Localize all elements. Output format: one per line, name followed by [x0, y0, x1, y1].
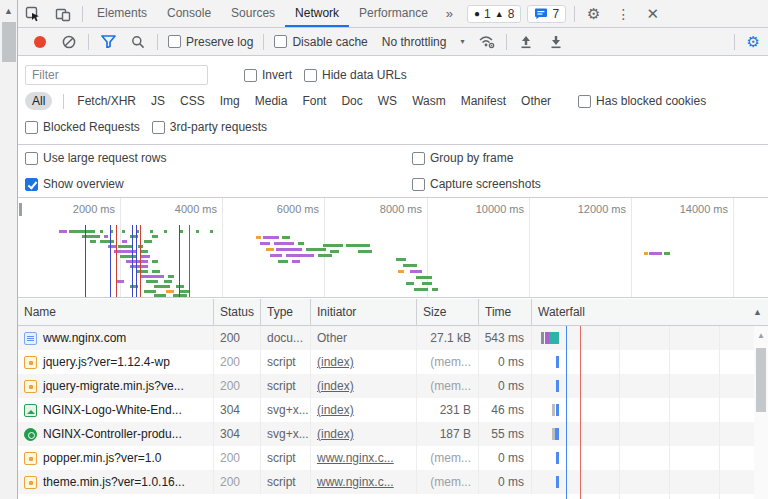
- filter-type-doc[interactable]: Doc: [339, 92, 364, 110]
- use-large-request-rows-toggle[interactable]: Use large request rows: [25, 151, 166, 165]
- export-har-button[interactable]: [541, 29, 571, 55]
- settings-gear-icon[interactable]: ⚙: [579, 1, 608, 27]
- overview-bar: [358, 250, 372, 253]
- column-header-waterfall[interactable]: Waterfall ▲: [532, 299, 768, 326]
- overview-bar: [164, 280, 172, 283]
- filter-type-css[interactable]: CSS: [178, 92, 207, 110]
- throttling-dropdown[interactable]: No throttling ▾: [382, 35, 465, 49]
- tab-performance[interactable]: Performance: [349, 0, 438, 27]
- waterfall-cell: [532, 422, 768, 446]
- preserve-log-checkbox[interactable]: [168, 35, 181, 48]
- tab-console[interactable]: Console: [157, 0, 221, 27]
- filter-toggle-button[interactable]: [93, 29, 123, 55]
- page-scrollbar[interactable]: ▲: [0, 0, 18, 499]
- overview-bar: [59, 230, 67, 233]
- console-errors-warnings-badge[interactable]: ●1 ▲8: [467, 5, 521, 23]
- error-count: 1: [484, 7, 491, 21]
- kebab-menu-icon[interactable]: ⋮: [609, 1, 639, 27]
- close-devtools-icon[interactable]: ✕: [639, 1, 668, 27]
- waterfall-cell: [532, 398, 768, 422]
- capture-screenshots-toggle[interactable]: Capture screenshots: [412, 177, 541, 191]
- column-header-initiator[interactable]: Initiator: [311, 299, 417, 326]
- request-row[interactable]: www.nginx.com 200 docu... Other 27.1 kB …: [18, 326, 768, 350]
- page-scrollbar-thumb[interactable]: [2, 22, 16, 62]
- more-tabs-button[interactable]: »: [438, 6, 461, 21]
- overview-drag-handle[interactable]: [19, 203, 22, 216]
- tab-elements[interactable]: Elements: [87, 0, 157, 27]
- filter-type-font[interactable]: Font: [300, 92, 328, 110]
- blocked-requests-checkbox[interactable]: [25, 121, 38, 134]
- hide-data-urls-toggle[interactable]: Hide data URLs: [304, 68, 407, 82]
- initiator-link[interactable]: (index): [317, 403, 354, 417]
- filter-input[interactable]: [25, 65, 208, 85]
- filter-type-manifest[interactable]: Manifest: [459, 92, 508, 110]
- show-overview-checkbox[interactable]: [25, 178, 38, 191]
- initiator-link[interactable]: (index): [317, 379, 354, 393]
- third-party-requests-toggle[interactable]: 3rd-party requests: [152, 120, 267, 134]
- column-header-type[interactable]: Type: [261, 299, 311, 326]
- third-party-requests-checkbox[interactable]: [152, 121, 165, 134]
- request-row[interactable]: jquery.js?ver=1.12.4-wp 200 script (inde…: [18, 350, 768, 374]
- disable-cache-checkbox[interactable]: [274, 35, 287, 48]
- filter-type-img[interactable]: Img: [218, 92, 242, 110]
- toggle-device-toolbar-button[interactable]: [48, 1, 78, 27]
- request-row[interactable]: jquery-migrate.min.js?ve... 200 script (…: [18, 374, 768, 398]
- filter-type-wasm[interactable]: Wasm: [410, 92, 448, 110]
- filter-type-all[interactable]: All: [25, 92, 52, 110]
- column-header-status[interactable]: Status: [214, 299, 261, 326]
- use-large-request-rows-checkbox[interactable]: [25, 152, 38, 165]
- clear-network-log-button[interactable]: [54, 29, 84, 55]
- capture-screenshots-checkbox[interactable]: [412, 178, 425, 191]
- filter-type-fetch-xhr[interactable]: Fetch/XHR: [75, 92, 138, 110]
- image-icon: [24, 404, 37, 417]
- filter-type-js[interactable]: JS: [149, 92, 167, 110]
- inspect-element-button[interactable]: [18, 1, 48, 27]
- record-network-log-button[interactable]: [34, 36, 46, 48]
- tab-sources[interactable]: Sources: [221, 0, 285, 27]
- table-scrollbar[interactable]: ▲: [754, 326, 768, 499]
- filter-type-media[interactable]: Media: [253, 92, 290, 110]
- overview-bar: [144, 240, 152, 243]
- overview-bar: [398, 270, 404, 273]
- show-overview-toggle[interactable]: Show overview: [25, 177, 124, 191]
- overview-gridline: [631, 198, 632, 298]
- initiator-link[interactable]: (index): [317, 427, 354, 441]
- devtools-window: ▲ Elements Console Sources Network Perfo…: [0, 0, 768, 499]
- network-conditions-button[interactable]: [472, 29, 502, 55]
- tab-network[interactable]: Network: [285, 0, 349, 27]
- filter-type-ws[interactable]: WS: [376, 92, 399, 110]
- column-header-name[interactable]: Name: [18, 299, 214, 326]
- column-header-size[interactable]: Size: [417, 299, 479, 326]
- request-row[interactable]: NGINX-Logo-White-End... 304 svg+x... (in…: [18, 398, 768, 422]
- overview-bar: [166, 290, 174, 293]
- column-header-time[interactable]: Time: [479, 299, 532, 326]
- initiator-link[interactable]: www.nginx.c...: [317, 475, 394, 489]
- scroll-up-icon[interactable]: ▲: [0, 0, 17, 16]
- request-row[interactable]: popper.min.js?ver=1.0 200 script www.ngi…: [18, 446, 768, 470]
- import-har-button[interactable]: [511, 29, 541, 55]
- hide-data-urls-checkbox[interactable]: [304, 69, 317, 82]
- has-blocked-cookies-toggle[interactable]: Has blocked cookies: [578, 94, 706, 108]
- filter-type-other[interactable]: Other: [519, 92, 553, 110]
- preserve-log-toggle[interactable]: Preserve log: [168, 35, 253, 49]
- search-button[interactable]: [123, 29, 153, 55]
- issues-badge[interactable]: 7: [527, 5, 566, 23]
- has-blocked-cookies-checkbox[interactable]: [578, 95, 591, 108]
- invert-toggle[interactable]: Invert: [244, 68, 292, 82]
- initiator-link[interactable]: www.nginx.c...: [317, 451, 394, 465]
- overview-canvas[interactable]: 2000 ms4000 ms6000 ms8000 ms10000 ms1200…: [18, 198, 768, 298]
- invert-checkbox[interactable]: [244, 69, 257, 82]
- request-row[interactable]: theme.min.js?ver=1.0.16... 200 script ww…: [18, 470, 768, 494]
- disable-cache-toggle[interactable]: Disable cache: [274, 35, 367, 49]
- table-scrollbar-thumb[interactable]: [756, 348, 766, 412]
- requests-table-body: www.nginx.com 200 docu... Other 27.1 kB …: [18, 326, 768, 499]
- group-by-frame-label: Group by frame: [430, 151, 513, 165]
- blocked-requests-toggle[interactable]: Blocked Requests: [25, 120, 140, 134]
- group-by-frame-toggle[interactable]: Group by frame: [412, 151, 513, 165]
- request-row[interactable]: NGINX-Controller-produ... 304 svg+x... (…: [18, 422, 768, 446]
- group-by-frame-checkbox[interactable]: [412, 152, 425, 165]
- network-settings-gear-icon[interactable]: ⚙: [739, 29, 768, 55]
- initiator-link[interactable]: (index): [317, 355, 354, 369]
- script-icon: [24, 356, 37, 369]
- scroll-up-icon[interactable]: ▲: [754, 326, 768, 340]
